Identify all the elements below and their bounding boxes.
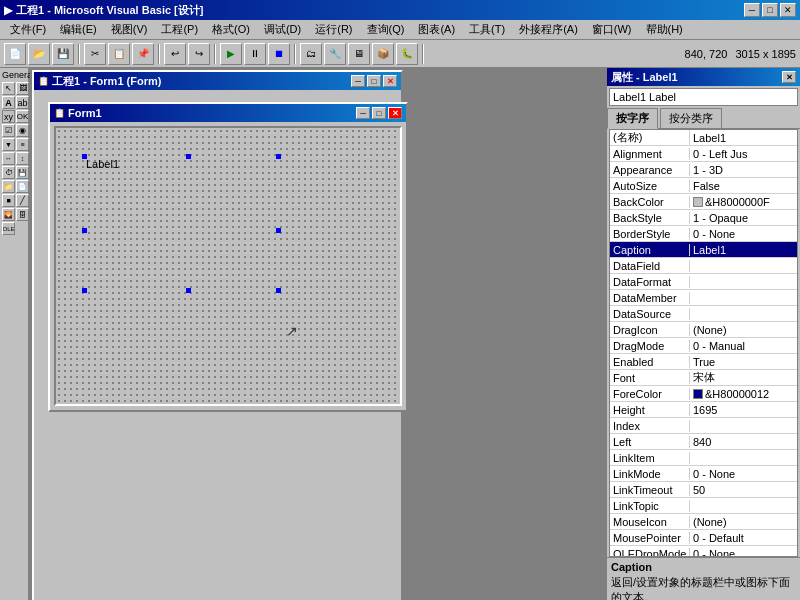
toolbar-debug[interactable]: 🐛 [396, 43, 418, 65]
prop-name: Font [610, 372, 690, 384]
tool-list[interactable]: ≡ [16, 138, 29, 151]
tool-label[interactable]: A [2, 96, 15, 109]
tool-pointer[interactable]: ↖ [2, 82, 15, 95]
tool-image[interactable]: 🌄 [2, 208, 15, 221]
menu-debug[interactable]: 调试(D) [258, 21, 307, 38]
props-row[interactable]: DragIcon(None) [610, 322, 797, 338]
toolbar-prjexp[interactable]: 🗂 [300, 43, 322, 65]
form-min-btn[interactable]: ─ [356, 107, 370, 119]
tab-category[interactable]: 按分类序 [660, 108, 722, 128]
tool-file[interactable]: 📄 [16, 180, 29, 193]
maximize-button[interactable]: □ [762, 3, 778, 17]
toolbar-formlayout[interactable]: 🖥 [348, 43, 370, 65]
minimize-button[interactable]: ─ [744, 3, 760, 17]
props-object-input[interactable] [609, 88, 798, 106]
menu-run[interactable]: 运行(R) [309, 21, 358, 38]
tool-line[interactable]: ╱ [16, 194, 29, 207]
props-row[interactable]: MouseIcon(None) [610, 514, 797, 530]
props-row[interactable]: LinkMode0 - None [610, 466, 797, 482]
props-row[interactable]: Index [610, 418, 797, 434]
close-button[interactable]: ✕ [780, 3, 796, 17]
form-max-btn[interactable]: □ [372, 107, 386, 119]
label1-control[interactable]: Label1 [86, 158, 119, 170]
tool-timer[interactable]: ⏱ [2, 166, 15, 179]
props-row[interactable]: DragMode0 - Manual [610, 338, 797, 354]
props-title-bar: 属性 - Label1 ✕ [607, 68, 800, 86]
toolbar-cut[interactable]: ✂ [84, 43, 106, 65]
menu-file[interactable]: 文件(F) [4, 21, 52, 38]
menu-query[interactable]: 查询(Q) [361, 21, 411, 38]
props-row[interactable]: Height1695 [610, 402, 797, 418]
props-row[interactable]: DataMember [610, 290, 797, 306]
props-row[interactable]: Font宋体 [610, 370, 797, 386]
prop-value: 0 - Manual [690, 340, 797, 352]
props-row[interactable]: BackColor&H8000000F [610, 194, 797, 210]
props-row[interactable]: Left840 [610, 434, 797, 450]
toolbar-open[interactable]: 📂 [28, 43, 50, 65]
tool-hscroll[interactable]: ↔ [2, 152, 15, 165]
outer-win-icon: 📋 [38, 76, 49, 86]
menu-format[interactable]: 格式(O) [206, 21, 256, 38]
tool-drive[interactable]: 💾 [16, 166, 29, 179]
props-grid[interactable]: (名称)Label1Alignment0 - Left JusAppearanc… [609, 129, 798, 557]
menu-project[interactable]: 工程(P) [155, 21, 204, 38]
props-row[interactable]: DataFormat [610, 274, 797, 290]
outer-min-btn[interactable]: ─ [351, 75, 365, 87]
menu-edit[interactable]: 编辑(E) [54, 21, 103, 38]
handle-ml [82, 228, 87, 233]
prop-value: 1695 [690, 404, 797, 416]
tool-picture[interactable]: 🖼 [16, 82, 29, 95]
props-row[interactable]: LinkTimeout50 [610, 482, 797, 498]
props-row[interactable]: Alignment0 - Left Jus [610, 146, 797, 162]
toolbar-save[interactable]: 💾 [52, 43, 74, 65]
tool-textbox[interactable]: ab [16, 96, 29, 109]
props-row[interactable]: CaptionLabel1 [610, 242, 797, 258]
props-row[interactable]: BackStyle1 - Opaque [610, 210, 797, 226]
props-row[interactable]: EnabledTrue [610, 354, 797, 370]
toolbar-new[interactable]: 📄 [4, 43, 26, 65]
menu-view[interactable]: 视图(V) [105, 21, 154, 38]
tool-button[interactable]: OK [16, 110, 29, 123]
tool-data[interactable]: 🗄 [16, 208, 29, 221]
props-row[interactable]: MousePointer0 - Default [610, 530, 797, 546]
toolbar-redo[interactable]: ↪ [188, 43, 210, 65]
toolbar-run[interactable]: ▶ [220, 43, 242, 65]
menu-chart[interactable]: 图表(A) [412, 21, 461, 38]
props-row[interactable]: BorderStyle0 - None [610, 226, 797, 242]
props-row[interactable]: LinkItem [610, 450, 797, 466]
toolbar-props[interactable]: 🔧 [324, 43, 346, 65]
designer-area: 📋 工程1 - Form1 (Form) ─ □ ✕ 📋 Form1 [30, 68, 605, 600]
outer-close-btn[interactable]: ✕ [383, 75, 397, 87]
props-close-btn[interactable]: ✕ [782, 71, 796, 83]
toolbar-paste[interactable]: 📌 [132, 43, 154, 65]
props-row[interactable]: DataSource [610, 306, 797, 322]
props-row[interactable]: ForeColor&H80000012 [610, 386, 797, 402]
menu-help[interactable]: 帮助(H) [640, 21, 689, 38]
toolbar-copy[interactable]: 📋 [108, 43, 130, 65]
tool-ole[interactable]: OLE [2, 222, 15, 235]
props-row[interactable]: (名称)Label1 [610, 130, 797, 146]
toolbar-stop[interactable]: ⏹ [268, 43, 290, 65]
prop-value: False [690, 180, 797, 192]
toolbar-obj[interactable]: 📦 [372, 43, 394, 65]
menu-window[interactable]: 窗口(W) [586, 21, 638, 38]
tool-shape[interactable]: ■ [2, 194, 15, 207]
toolbar-pause[interactable]: ⏸ [244, 43, 266, 65]
outer-max-btn[interactable]: □ [367, 75, 381, 87]
props-row[interactable]: LinkTopic [610, 498, 797, 514]
tool-vscroll[interactable]: ↕ [16, 152, 29, 165]
tool-frame[interactable]: xy [2, 110, 15, 123]
menu-tools[interactable]: 工具(T) [463, 21, 511, 38]
menu-addins[interactable]: 外接程序(A) [513, 21, 584, 38]
tab-alpha[interactable]: 按字序 [607, 108, 658, 129]
toolbar-undo[interactable]: ↩ [164, 43, 186, 65]
form-close-btn[interactable]: ✕ [388, 107, 402, 119]
tool-dir[interactable]: 📁 [2, 180, 15, 193]
props-row[interactable]: OLEDropMode0 - None [610, 546, 797, 557]
tool-option[interactable]: ◉ [16, 124, 29, 137]
tool-checkbox[interactable]: ☑ [2, 124, 15, 137]
tool-combo[interactable]: ▼ [2, 138, 15, 151]
props-row[interactable]: Appearance1 - 3D [610, 162, 797, 178]
props-row[interactable]: DataField [610, 258, 797, 274]
props-row[interactable]: AutoSizeFalse [610, 178, 797, 194]
